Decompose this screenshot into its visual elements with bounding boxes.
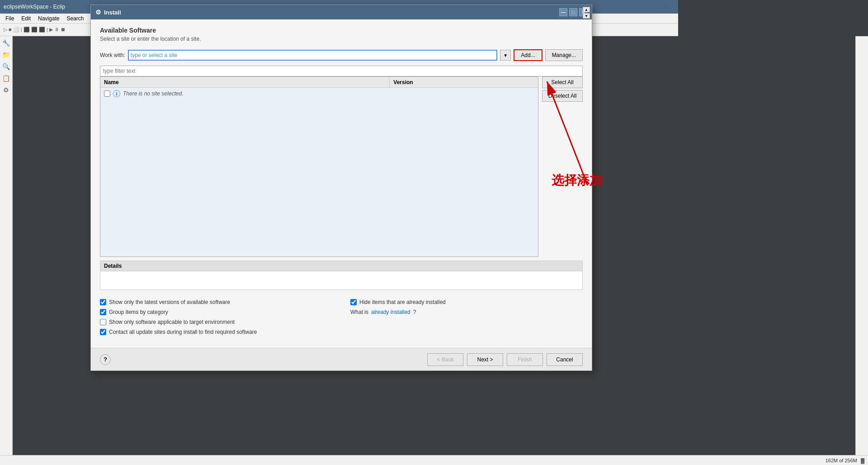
finish-button[interactable]: Finish xyxy=(507,353,543,366)
option-group-by-category[interactable] xyxy=(100,309,106,315)
eclipse-right-sidebar xyxy=(855,36,868,465)
option-target-environment[interactable] xyxy=(100,319,106,325)
col-version-header: Version xyxy=(390,77,538,87)
sidebar-icon-2[interactable]: 📁 xyxy=(1,50,11,60)
sidebar-icon-5[interactable]: ⚙ xyxy=(1,85,11,95)
details-body xyxy=(100,271,582,289)
option-row-2: Group items by category xyxy=(100,309,332,315)
menu-file[interactable]: File xyxy=(2,14,18,23)
table-header: Name Version xyxy=(100,77,538,88)
option-row-already-installed: What is already installed ? xyxy=(350,309,583,315)
option-latest-versions-label: Show only the latest versions of availab… xyxy=(109,299,230,305)
dialog-title-icon: ⚙ xyxy=(95,9,101,16)
dialog-bottom-bar: ? < Back Next > Finish Cancel xyxy=(91,348,592,370)
annotation-text: 选择添加 xyxy=(552,172,602,189)
row-message: There is no site selected. xyxy=(123,90,183,97)
options-columns: Show only the latest versions of availab… xyxy=(100,299,583,339)
menu-edit[interactable]: Edit xyxy=(18,14,34,23)
table-side-buttons: Select All Deselect All xyxy=(542,76,583,257)
dialog-header: Available Software xyxy=(100,27,583,34)
dialog-minimize-btn[interactable]: — xyxy=(559,8,567,16)
memory-icon: ▓ xyxy=(861,458,864,463)
toolbar-icons: ▷ ■ ⬜ | ⬛ ⬛ ⬛ | ▶ ⏸ ⏹ xyxy=(2,27,67,33)
software-table: Name Version ℹ There is no site selected… xyxy=(100,76,538,257)
already-installed-link[interactable]: already installed xyxy=(371,309,410,315)
options-section: Show only the latest versions of availab… xyxy=(100,294,583,343)
row-checkbox[interactable] xyxy=(104,90,110,97)
option-row-4: Contact all update sites during install … xyxy=(100,329,332,335)
next-button[interactable]: Next > xyxy=(467,353,503,366)
cancel-button[interactable]: Cancel xyxy=(547,353,583,366)
help-button[interactable]: ? xyxy=(100,354,111,365)
option-row-hide-installed: Hide items that are already installed xyxy=(350,299,583,305)
eclipse-statusbar: 162M of 256M ▓ xyxy=(0,455,868,465)
filter-row xyxy=(100,66,583,76)
already-installed-suffix: ? xyxy=(413,309,416,315)
sidebar-icon-3[interactable]: 🔍 xyxy=(1,62,11,71)
option-contact-update-sites[interactable] xyxy=(100,329,106,335)
add-button[interactable]: Add... xyxy=(514,49,542,61)
menu-search[interactable]: Search xyxy=(63,14,87,23)
option-hide-installed[interactable] xyxy=(350,299,357,305)
work-with-label: Work with: xyxy=(100,52,125,58)
options-right-col: Hide items that are already installed Wh… xyxy=(350,299,583,339)
deselect-all-button[interactable]: Deselect All xyxy=(542,90,583,102)
option-row-3: Show only software applicable to target … xyxy=(100,319,332,325)
table-row: ℹ There is no site selected. xyxy=(100,88,538,100)
back-button[interactable]: < Back xyxy=(427,353,463,366)
install-dialog: ⚙ Install — □ ✕ Available Software Selec… xyxy=(90,5,592,371)
option-contact-update-sites-label: Contact all update sites during install … xyxy=(109,329,257,335)
dialog-maximize-btn[interactable]: □ xyxy=(569,8,577,16)
content-area: Name Version ℹ There is no site selected… xyxy=(100,76,583,257)
option-hide-installed-label: Hide items that are already installed xyxy=(359,299,446,305)
work-with-row: Work with: ▼ Add... Manage... xyxy=(100,49,583,61)
select-all-button[interactable]: Select All xyxy=(542,76,583,88)
work-with-dropdown-btn[interactable]: ▼ xyxy=(500,50,511,61)
options-left-col: Show only the latest versions of availab… xyxy=(100,299,332,339)
eclipse-left-sidebar: 🔧 📁 🔍 📋 ⚙ xyxy=(0,36,13,465)
already-installed-prefix: What is xyxy=(350,309,368,315)
dialog-title-label: Install xyxy=(104,9,559,16)
eclipse-maximize-btn[interactable]: □ xyxy=(656,0,675,14)
details-section: Details ▲ ▼ xyxy=(100,261,583,290)
option-row-1: Show only the latest versions of availab… xyxy=(100,299,332,305)
filter-input[interactable] xyxy=(100,66,583,76)
details-header: Details ▲ ▼ xyxy=(100,261,582,271)
info-icon: ℹ xyxy=(113,90,120,97)
col-name-header: Name xyxy=(100,77,390,87)
memory-status: 162M of 256M xyxy=(826,458,857,463)
details-label: Details xyxy=(104,263,122,269)
option-target-environment-label: Show only software applicable to target … xyxy=(109,319,235,325)
sidebar-icon-1[interactable]: 🔧 xyxy=(1,38,11,48)
manage-button[interactable]: Manage... xyxy=(545,49,583,61)
sidebar-icon-4[interactable]: 📋 xyxy=(1,73,11,83)
option-latest-versions[interactable] xyxy=(100,299,106,305)
dialog-titlebar: ⚙ Install — □ ✕ xyxy=(91,5,592,19)
menu-navigate[interactable]: Navigate xyxy=(34,14,63,23)
dialog-content: Available Software Select a site or ente… xyxy=(91,19,592,348)
table-body: ℹ There is no site selected. xyxy=(100,88,538,256)
dialog-subtitle: Select a site or enter the location of a… xyxy=(100,36,583,42)
option-group-by-category-label: Group items by category xyxy=(109,309,168,315)
work-with-input[interactable] xyxy=(128,50,497,61)
